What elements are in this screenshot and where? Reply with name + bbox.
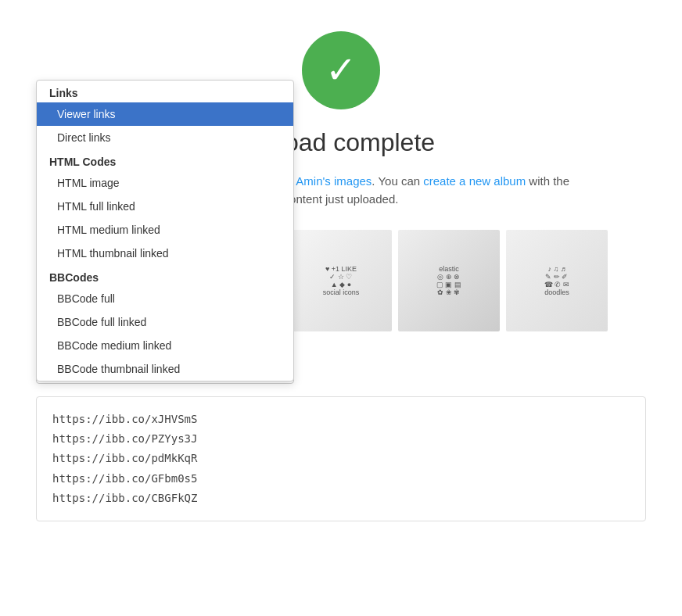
link-line-3: https://ibb.co/pdMkKqR xyxy=(52,449,630,468)
dropdown-item-viewer-links[interactable]: Viewer links xyxy=(37,102,293,126)
thumbnail-5: ♪ ♫ ♬✎ ✏ ✐☎ ✆ ✉doodles xyxy=(506,230,608,331)
create-album-link[interactable]: create a new album xyxy=(423,174,526,188)
dropdown-item-bbcode-thumbnail-linked[interactable]: BBCode thumbnail linked xyxy=(37,357,293,381)
link-line-5: https://ibb.co/CBGFkQZ xyxy=(52,489,630,508)
thumb-doodle-5: ♪ ♫ ♬✎ ✏ ✐☎ ✆ ✉doodles xyxy=(541,262,573,299)
links-box: https://ibb.co/xJHVSmS https://ibb.co/PZ… xyxy=(36,396,646,521)
checkmark-icon: ✓ xyxy=(325,52,357,89)
dropdown-item-direct-links[interactable]: Direct links xyxy=(37,126,293,149)
dropdown-item-html-image[interactable]: HTML image xyxy=(37,171,293,195)
page-container: ✓ Upload complete These images have been… xyxy=(0,0,682,521)
thumb-doodle-4: elastic◎ ⊕ ⊗▢ ▣ ▤✿ ❀ ✾ xyxy=(433,262,465,299)
thumbnail-4: elastic◎ ⊕ ⊗▢ ▣ ▤✿ ❀ ✾ xyxy=(398,230,500,331)
dropdown-item-bbcode-medium-linked[interactable]: BBCode medium linked xyxy=(37,334,293,357)
dropdown-item-bbcode-full[interactable]: BBCode full xyxy=(37,287,293,310)
group-label-links: Links xyxy=(37,81,293,102)
dropdown-item-html-medium-linked[interactable]: HTML medium linked xyxy=(37,218,293,242)
success-icon-container: ✓ xyxy=(302,31,380,109)
group-label-html: HTML Codes xyxy=(37,149,293,171)
thumbnail-3: ♥ +1 LIKE✓ ☆ ♡▲ ◆ ●social icons xyxy=(290,230,392,331)
dropdown-item-html-thumbnail-linked[interactable]: HTML thumbnail linked xyxy=(37,242,293,265)
link-line-1: https://ibb.co/xJHVSmS xyxy=(52,410,630,429)
controls-area: Links Viewer links Direct links HTML Cod… xyxy=(36,353,646,521)
album-link[interactable]: Amin's images xyxy=(296,174,372,188)
dropdown-wrapper[interactable]: Links Viewer links Direct links HTML Cod… xyxy=(36,353,294,384)
link-line-4: https://ibb.co/GFbm0s5 xyxy=(52,469,630,489)
dropdown-menu[interactable]: Links Viewer links Direct links HTML Cod… xyxy=(36,80,294,381)
thumb-doodle-3: ♥ +1 LIKE✓ ☆ ♡▲ ◆ ●social icons xyxy=(320,262,363,299)
message-middle: . You can xyxy=(372,174,423,188)
link-line-2: https://ibb.co/PZYys3J xyxy=(52,429,630,449)
group-label-bbcodes: BBCodes xyxy=(37,265,293,287)
dropdown-item-html-full-linked[interactable]: HTML full linked xyxy=(37,195,293,218)
dropdown-item-bbcode-full-linked[interactable]: BBCode full linked xyxy=(37,310,293,334)
